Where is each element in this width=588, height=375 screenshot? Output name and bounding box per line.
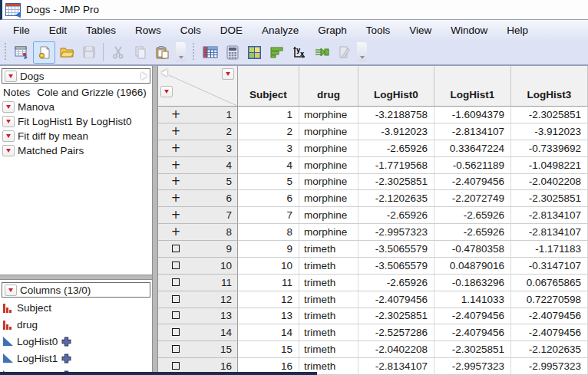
cell-loghist3[interactable]: -2.3025851 [511, 107, 588, 123]
row-state-cell[interactable]: + 8 [158, 224, 238, 241]
cell-loghist3[interactable]: -2.8134107 [511, 207, 588, 224]
cell-drug[interactable]: morphine [299, 190, 358, 207]
row-state-cell[interactable]: + 7 [158, 207, 238, 224]
cell-loghist0[interactable]: -2.65926 [358, 275, 434, 291]
cell-subject[interactable]: 5 [238, 174, 299, 191]
toolbar-overflow-button[interactable] [357, 42, 367, 62]
table-row[interactable]: + 4 4 morphine -1.7719568 -0.5621189 -1.… [158, 157, 588, 174]
table-row[interactable]: + 1 1 morphine -3.2188758 -1.6094379 -2.… [158, 107, 588, 123]
menu-analyze[interactable]: Analyze [255, 22, 306, 38]
data-table-button[interactable] [199, 41, 221, 64]
column-list-item[interactable]: Subject [0, 299, 152, 316]
toolbar-grip[interactable] [192, 43, 196, 61]
cell-loghist1[interactable]: 0.33647224 [434, 140, 511, 157]
graph-builder-button[interactable] [266, 41, 288, 64]
row-number[interactable]: 12 [193, 294, 237, 305]
row-number[interactable]: 16 [193, 360, 237, 372]
new-data-table-button[interactable] [11, 41, 33, 64]
cell-loghist3[interactable]: -2.1202635 [511, 341, 588, 358]
cell-drug[interactable]: morphine [299, 174, 358, 191]
paste-button[interactable] [151, 41, 173, 64]
cell-subject[interactable]: 4 [238, 157, 299, 174]
row-number[interactable]: 10 [193, 260, 237, 271]
title-bar[interactable]: Dogs - JMP Pro [0, 0, 588, 20]
cell-subject[interactable]: 12 [238, 291, 299, 308]
table-script-item[interactable]: Matched Pairs [0, 143, 152, 158]
table-row[interactable]: + 8 8 morphine -2.9957323 -2.65926 -2.81… [158, 224, 588, 241]
cell-loghist1[interactable]: -2.9957323 [434, 358, 511, 375]
cell-subject[interactable]: 8 [238, 224, 299, 241]
menu-cols[interactable]: Cols [173, 22, 208, 38]
new-script-button[interactable] [33, 41, 55, 64]
cell-loghist3[interactable]: -3.912023 [511, 123, 588, 140]
row-state-cell[interactable]: 12 [158, 291, 238, 308]
row-state-cell[interactable]: + 1 [158, 107, 238, 123]
menu-rows[interactable]: Rows [128, 22, 168, 38]
row-state-cell[interactable]: 14 [158, 324, 238, 341]
cell-loghist3[interactable]: -2.0402208 [511, 174, 588, 191]
toolbar-overflow-button[interactable] [176, 42, 186, 62]
table-row[interactable]: 9 9 trimeth -3.5065579 -0.4780358 -1.171… [158, 241, 588, 258]
rows-menu-button[interactable] [160, 86, 173, 97]
cell-loghist1[interactable]: 1.141033 [434, 291, 511, 308]
cell-loghist0[interactable]: -3.5065579 [358, 241, 434, 258]
menu-graph[interactable]: Graph [311, 22, 354, 38]
panel-expand-icon[interactable] [141, 72, 147, 80]
columns-panel-menu-button[interactable] [5, 285, 17, 296]
row-number[interactable]: 11 [193, 277, 237, 288]
menu-tables[interactable]: Tables [79, 22, 123, 38]
join-tables-button[interactable] [310, 41, 332, 64]
row-state-cell[interactable]: + 4 [158, 157, 238, 174]
cell-drug[interactable]: trimeth [299, 275, 358, 291]
script-menu-button[interactable] [2, 145, 15, 156]
table-row[interactable]: + 7 7 morphine -2.65926 -2.65926 -2.8134… [158, 207, 588, 224]
cell-drug[interactable]: trimeth [299, 308, 358, 325]
horizontal-splitter[interactable] [0, 275, 152, 280]
column-list-item[interactable]: drug [0, 316, 152, 333]
cell-drug[interactable]: trimeth [299, 324, 358, 341]
row-number[interactable]: 7 [193, 209, 237, 221]
script-menu-button[interactable] [2, 116, 15, 127]
save-button[interactable] [78, 41, 100, 64]
cell-loghist0[interactable]: -2.1202635 [358, 190, 434, 207]
row-number[interactable]: 15 [193, 344, 237, 355]
cell-loghist3[interactable]: 0.06765865 [511, 275, 588, 291]
cell-loghist1[interactable]: -2.4079456 [434, 174, 511, 191]
cell-loghist0[interactable]: -2.3025851 [358, 174, 434, 191]
column-header-drug[interactable]: drug [299, 66, 358, 107]
menu-help[interactable]: Help [500, 22, 535, 38]
row-state-cell[interactable]: + 3 [158, 140, 238, 157]
cell-subject[interactable]: 7 [238, 207, 299, 224]
row-number[interactable]: 5 [193, 176, 237, 187]
menu-window[interactable]: Window [444, 22, 494, 38]
row-number[interactable]: 4 [193, 160, 237, 171]
table-row[interactable]: 14 14 trimeth -2.5257286 -2.4079456 -2.4… [158, 324, 588, 341]
cell-loghist0[interactable]: -3.5065579 [358, 258, 434, 275]
cell-loghist0[interactable]: -3.2188758 [358, 107, 434, 123]
column-header-loghist1[interactable]: LogHist1 [434, 66, 511, 107]
row-number[interactable]: 8 [193, 226, 237, 238]
cell-loghist3[interactable]: -2.4079456 [511, 308, 588, 325]
edit-button[interactable] [332, 41, 355, 64]
cell-drug[interactable]: morphine [299, 157, 358, 174]
menu-doe[interactable]: DOE [213, 22, 249, 38]
cell-drug[interactable]: trimeth [299, 341, 358, 358]
toolbar-grip[interactable] [4, 43, 8, 61]
cell-loghist1[interactable]: -2.2072749 [434, 190, 511, 207]
table-row[interactable]: + 3 3 morphine -2.65926 0.33647224 -0.73… [158, 140, 588, 157]
cell-drug[interactable]: morphine [299, 123, 358, 140]
table-row[interactable]: + 5 5 morphine -2.3025851 -2.4079456 -2.… [158, 174, 588, 191]
cell-loghist3[interactable]: -1.171183 [511, 241, 588, 258]
cell-loghist3[interactable]: -2.8134107 [511, 224, 588, 241]
row-number[interactable]: 13 [193, 310, 237, 321]
cell-loghist0[interactable]: -2.9957323 [358, 224, 434, 241]
cell-loghist3[interactable]: -2.3025851 [511, 190, 588, 207]
cell-loghist0[interactable]: -1.7719568 [358, 157, 434, 174]
copy-button[interactable] [129, 41, 151, 64]
row-number[interactable]: 3 [193, 143, 237, 154]
cell-drug[interactable]: morphine [299, 140, 358, 157]
row-number[interactable]: 6 [193, 192, 237, 204]
row-number[interactable]: 14 [193, 327, 237, 338]
notes-property[interactable]: Notes Cole and Grizzle (1966) [0, 85, 152, 100]
cell-drug[interactable]: trimeth [299, 241, 358, 258]
